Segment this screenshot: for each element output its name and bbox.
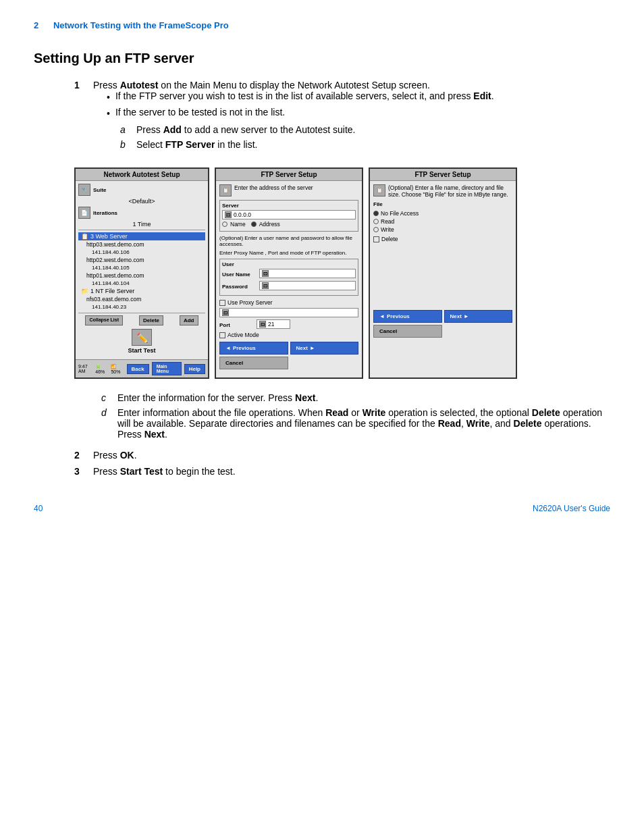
delete-button[interactable]: Delete — [139, 315, 163, 325]
sub-step-c-letter: c — [101, 392, 112, 403]
screen2-user-section: User — [222, 261, 356, 267]
sub-d-bold6: Delete — [514, 418, 542, 429]
radio-address-indicator — [251, 221, 257, 227]
screen3-body: 📋 (Optional) Enter a file name, director… — [370, 181, 516, 341]
screen3-prev-button[interactable]: ◄ Previous — [373, 310, 442, 323]
suite-icon: 🔧 — [78, 184, 90, 196]
screen2-desc-text: Enter the address of the server — [234, 184, 313, 191]
step-3: 3 Press Start Test to begin the test. — [74, 466, 610, 477]
screen2-username-row: User Name 🖼 — [222, 269, 356, 280]
sub-step-a-text: Press Add to add a new server to the Aut… — [136, 124, 356, 135]
screen1-http03: http03.west.demo.com — [78, 240, 205, 249]
iter-icon: 📄 — [78, 207, 90, 219]
screen3-icon: 📋 — [373, 184, 385, 197]
screen1-ip4: 141.184.40.23 — [78, 303, 205, 311]
bullet-1-bold: Edit — [473, 90, 491, 101]
step-1-text: Press Autotest on the Main Menu to displ… — [93, 80, 430, 90]
sub-step-a-letter: a — [120, 124, 131, 135]
screenshots-row: Network Autotest Setup 🔧 Suite <Default>… — [74, 167, 610, 379]
web-server-icon: 📋 — [81, 233, 88, 240]
ip-input-icon: 🖼 — [225, 211, 232, 218]
screen3-next-button[interactable]: Next ► — [444, 310, 513, 323]
radio-write-indicator — [373, 227, 379, 232]
screen2-port-value: 21 — [268, 321, 274, 328]
screen2-btn-area: ◄ Previous Next ► Cancel — [219, 342, 358, 369]
screen3-delete-row: Delete — [373, 236, 512, 242]
screen3-radio-write[interactable]: Write — [373, 226, 512, 233]
chapter-title: Network Testing with the FrameScope Pro — [53, 20, 229, 30]
step-3-bold: Start Test — [120, 466, 163, 477]
sub-step-c-text: Enter the information for the server. Pr… — [117, 392, 318, 403]
radio-no-file-indicator — [373, 211, 379, 216]
step-2-text: Press OK. — [93, 450, 137, 461]
next-arrow-right: ► — [310, 345, 315, 351]
section-title: Setting Up an FTP server — [34, 51, 610, 66]
prev-arrow-left-3: ◄ — [379, 313, 385, 319]
screen3-file-label: File — [373, 201, 512, 207]
step-1-bold: Autotest — [120, 80, 159, 90]
page-footer: 40 N2620A User's Guide — [34, 504, 610, 513]
nt-server-label: 1 NT File Server — [90, 288, 134, 294]
main-menu-button[interactable]: Main Menu — [152, 362, 182, 375]
screen3-device: FTP Server Setup 📋 (Optional) Enter a fi… — [369, 167, 517, 379]
screen3-radio-no-file[interactable]: No File Access — [373, 210, 512, 217]
screen2-proxy-input[interactable]: 🖼 — [219, 308, 358, 317]
screen3-no-file-label: No File Access — [381, 210, 419, 217]
add-button[interactable]: Add — [180, 315, 198, 325]
screen1-time: 9:47 AM — [78, 364, 92, 373]
screen2-prev-button[interactable]: ◄ Previous — [219, 342, 288, 355]
screen3-prev-label: Previous — [387, 313, 410, 319]
screen2-cancel-button[interactable]: Cancel — [219, 357, 288, 369]
start-icon: ✏️ — [132, 329, 152, 346]
screen1-nt-server: 📁 1 NT File Server — [78, 287, 205, 295]
screen2-username-input[interactable]: 🖼 — [259, 269, 356, 278]
screen3-write-label: Write — [381, 226, 394, 233]
screen2-proxy-checkbox[interactable] — [219, 300, 225, 306]
screen3-cancel-button[interactable]: Cancel — [373, 325, 442, 338]
footer-page-num: 40 — [34, 504, 43, 513]
sub-step-b-text: Select FTP Server in the list. — [136, 139, 258, 150]
screen2-active-checkbox[interactable] — [219, 332, 225, 338]
screen2-proxy-text: Enter Proxy Name , Port and mode of FTP … — [219, 250, 358, 256]
screen1-divider2 — [78, 313, 205, 313]
screen2-port-input[interactable]: 🖼 21 — [257, 319, 290, 329]
screen2-port-label: Port — [219, 322, 257, 328]
back-button[interactable]: Back — [127, 364, 149, 374]
screen1-ip3: 141.184.40.104 — [78, 280, 205, 287]
password-input-icon: 🖼 — [262, 282, 269, 289]
collapse-list-button[interactable]: Collapse List — [85, 315, 123, 325]
sub-b-bold: FTP Server — [165, 139, 215, 150]
screen2-radio-name[interactable]: Name — [222, 221, 246, 228]
start-test-label[interactable]: Start Test — [78, 347, 205, 354]
screen1-http02: http02.west.demo.com — [78, 256, 205, 264]
prev-arrow-left: ◄ — [225, 345, 231, 351]
step-3-number: 3 — [74, 466, 86, 477]
bullet-2: • If the server to be tested is not in t… — [107, 107, 610, 119]
screen1-iter-label: Iterations — [93, 210, 117, 216]
nt-server-icon: 📁 — [81, 288, 88, 294]
chapter-number: 2 — [34, 20, 38, 30]
screen2-desc: 📋 Enter the address of the server — [219, 184, 358, 197]
bullet-1: • If the FTP server you wish to test is … — [107, 90, 610, 103]
screen2-server-label: Server — [222, 203, 356, 209]
screen2-server-group: Server 🖼 0.0.0.0 Name Address — [219, 200, 358, 232]
screen1-http01: http01.west.demo.com — [78, 271, 205, 280]
sub-step-d-text: Enter information about the file operati… — [117, 407, 610, 440]
sub-step-d: d Enter information about the file opera… — [101, 407, 610, 440]
screen1-nfs03: nfs03.east.demo.com — [78, 295, 205, 303]
screen1-body: 🔧 Suite <Default> 📄 Iterations 1 Time 📋 … — [76, 181, 208, 359]
screen2-radio-address[interactable]: Address — [251, 221, 280, 228]
step-2-bold: OK — [120, 450, 134, 461]
sub-step-d-letter: d — [101, 407, 112, 440]
step-1-number: 1 — [74, 80, 86, 154]
screen2-next-button[interactable]: Next ► — [290, 342, 359, 355]
screen2-ip-input[interactable]: 🖼 0.0.0.0 — [222, 210, 356, 219]
screen2-password-input[interactable]: 🖼 — [259, 281, 356, 290]
sub-step-b: b Select FTP Server in the list. — [120, 139, 610, 150]
sub-step-c: c Enter the information for the server. … — [101, 392, 610, 403]
screen1-suite-label: Suite — [93, 187, 107, 193]
screen3-delete-checkbox[interactable] — [373, 236, 379, 242]
screen3-radio-read[interactable]: Read — [373, 218, 512, 225]
help-button[interactable]: Help — [184, 364, 205, 374]
screen1-item-web-server: 📋 3 Web Server — [78, 232, 205, 240]
